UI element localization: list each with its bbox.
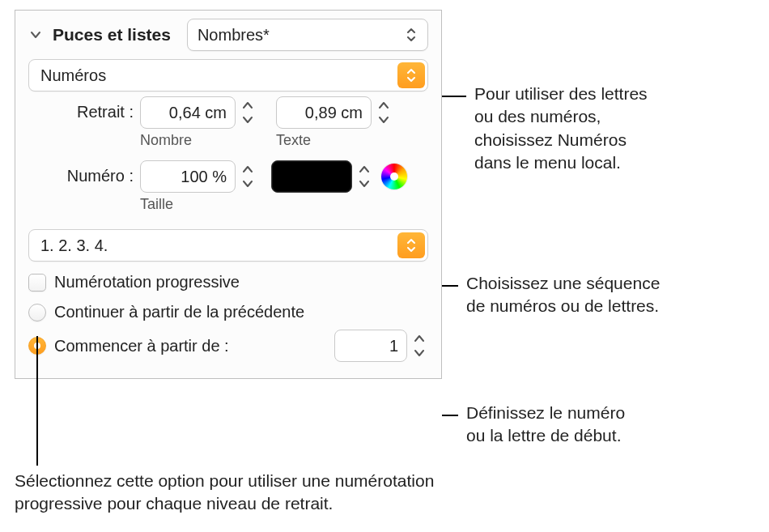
number-type-popup[interactable]: Numéros — [28, 59, 428, 92]
stepper-down-icon[interactable] — [239, 177, 257, 191]
indent-number-value: 0,64 cm — [169, 104, 227, 122]
annotation-start-number: Définissez le numéro ou la lettre de déb… — [466, 402, 625, 448]
stepper-up-icon[interactable] — [410, 331, 428, 346]
continue-radio[interactable] — [28, 304, 46, 321]
indent-number-sublabel: Nombre — [140, 132, 257, 149]
leader-line — [442, 285, 458, 287]
stepper-up-icon[interactable] — [239, 98, 257, 113]
continue-radio-label: Continuer à partir de la précédente — [54, 303, 304, 321]
stepper-up-icon[interactable] — [239, 162, 257, 177]
section-title: Puces et listes — [53, 25, 171, 45]
continue-radio-row: Continuer à partir de la précédente — [28, 303, 428, 321]
indent-row: Retrait : 0,64 cm Nombre 0,89 cm — [28, 96, 428, 149]
startfrom-stepper[interactable] — [410, 330, 428, 362]
stepper-down-icon[interactable] — [410, 346, 428, 360]
number-type-popup-value: Numéros — [40, 66, 106, 85]
startfrom-radio-row: Commencer à partir de : 1 — [28, 330, 428, 362]
indent-text-stepper[interactable] — [375, 96, 393, 129]
popup-cap-chevrons-icon — [397, 232, 425, 258]
numero-size-value: 100 % — [181, 168, 227, 186]
progressive-checkbox[interactable] — [28, 274, 46, 292]
puces-et-listes-panel: Puces et listes Nombres* Numéros Retrait… — [15, 10, 442, 379]
sequence-popup[interactable]: 1. 2. 3. 4. — [28, 229, 428, 262]
stepper-up-icon[interactable] — [355, 162, 373, 177]
numero-size-sublabel: Taille — [140, 196, 257, 213]
chevrons-updown-icon — [400, 23, 423, 46]
numero-color-stepper[interactable] — [355, 160, 373, 193]
indent-number-field[interactable]: 0,64 cm — [140, 96, 236, 129]
startfrom-field[interactable]: 1 — [334, 330, 407, 362]
section-header-row: Puces et listes Nombres* — [28, 19, 428, 51]
indent-text-sublabel: Texte — [276, 132, 393, 149]
numero-size-field[interactable]: 100 % — [140, 160, 236, 193]
progressive-checkbox-label: Numérotation progressive — [54, 273, 240, 292]
annotation-progressive: Sélectionnez cette option pour utiliser … — [15, 470, 434, 516]
numero-color-swatch[interactable] — [271, 160, 352, 193]
annotation-sequence: Choisissez une séquence de numéros ou de… — [466, 272, 660, 318]
disclosure-chevron-icon[interactable] — [28, 28, 43, 42]
annotation-number-type: Pour utiliser des lettres ou des numéros… — [474, 83, 648, 174]
stepper-down-icon[interactable] — [239, 113, 257, 127]
stepper-down-icon[interactable] — [355, 177, 373, 191]
indent-label: Retrait : — [28, 96, 140, 121]
startfrom-radio-label: Commencer à partir de : — [54, 337, 229, 355]
numero-label: Numéro : — [28, 160, 140, 185]
numero-size-stepper[interactable] — [239, 160, 257, 193]
popup-cap-chevrons-icon — [397, 62, 425, 88]
numero-size-group: 100 % Taille — [140, 160, 257, 213]
leader-line — [442, 415, 458, 416]
color-wheel-icon[interactable] — [381, 164, 407, 189]
indent-text-group: 0,89 cm Texte — [276, 96, 393, 149]
indent-number-group: 0,64 cm Nombre — [140, 96, 257, 149]
stepper-down-icon[interactable] — [375, 113, 393, 127]
list-style-dropdown[interactable]: Nombres* — [187, 19, 428, 51]
indent-text-field[interactable]: 0,89 cm — [276, 96, 372, 129]
leader-line — [36, 336, 38, 466]
numero-row: Numéro : 100 % Taille — [28, 160, 428, 213]
startfrom-value: 1 — [389, 337, 398, 355]
indent-text-value: 0,89 cm — [305, 104, 363, 122]
progressive-checkbox-row: Numérotation progressive — [28, 273, 428, 292]
indent-number-stepper[interactable] — [239, 96, 257, 129]
list-style-dropdown-value: Nombres* — [198, 26, 270, 45]
stepper-up-icon[interactable] — [375, 98, 393, 113]
sequence-popup-value: 1. 2. 3. 4. — [40, 236, 108, 255]
leader-line — [442, 96, 466, 97]
